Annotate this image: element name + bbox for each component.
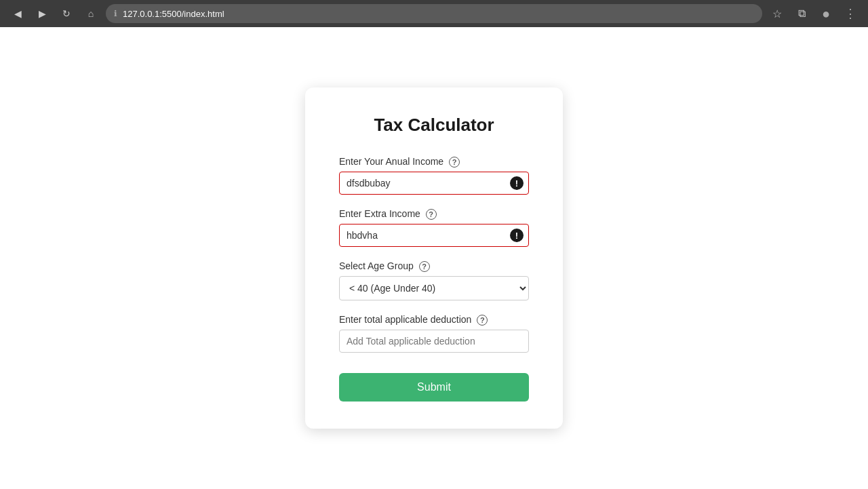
browser-actions: ☆ ⧉ ● ⋮ bbox=[768, 4, 860, 23]
tax-calculator-card: Tax Calculator Enter Your Anual Income ?… bbox=[305, 87, 563, 429]
age-group-label: Select Age Group ? bbox=[339, 260, 529, 272]
extensions-button[interactable]: ⧉ bbox=[792, 4, 811, 23]
deduction-input[interactable] bbox=[339, 330, 529, 353]
browser-chrome: ◀ ▶ ↻ ⌂ ℹ 127.0.0.1:5500/index.html ☆ ⧉ … bbox=[0, 0, 868, 27]
annual-income-wrapper: ! bbox=[339, 172, 529, 195]
forward-button[interactable]: ▶ bbox=[33, 4, 52, 23]
security-icon: ℹ bbox=[114, 9, 117, 18]
extra-income-input[interactable] bbox=[339, 224, 529, 247]
card-title: Tax Calculator bbox=[339, 115, 529, 136]
age-group-select[interactable]: < 40 (Age Under 40) 40-60 (Age 40 to 60)… bbox=[339, 276, 529, 300]
submit-button[interactable]: Submit bbox=[339, 373, 529, 402]
annual-income-label: Enter Your Anual Income ? bbox=[339, 156, 529, 168]
back-button[interactable]: ◀ bbox=[8, 4, 27, 23]
page-content: Tax Calculator Enter Your Anual Income ?… bbox=[0, 27, 868, 489]
extra-income-group: Enter Extra Income ? ! bbox=[339, 208, 529, 247]
extra-income-help-icon: ? bbox=[426, 209, 437, 220]
deduction-group: Enter total applicable deduction ? bbox=[339, 314, 529, 353]
reload-button[interactable]: ↻ bbox=[57, 4, 76, 23]
address-bar[interactable]: ℹ 127.0.0.1:5500/index.html bbox=[106, 4, 762, 23]
bookmark-button[interactable]: ☆ bbox=[768, 4, 787, 23]
extra-income-label: Enter Extra Income ? bbox=[339, 208, 529, 220]
home-button[interactable]: ⌂ bbox=[81, 4, 100, 23]
extra-income-error-icon: ! bbox=[510, 229, 524, 242]
menu-button[interactable]: ⋮ bbox=[841, 4, 860, 23]
annual-income-input[interactable] bbox=[339, 172, 529, 195]
age-group-help-icon: ? bbox=[419, 261, 430, 272]
deduction-wrapper bbox=[339, 330, 529, 353]
profile-button[interactable]: ● bbox=[816, 4, 835, 23]
age-group-group: Select Age Group ? < 40 (Age Under 40) 4… bbox=[339, 260, 529, 300]
deduction-help-icon: ? bbox=[477, 315, 488, 326]
deduction-label: Enter total applicable deduction ? bbox=[339, 314, 529, 326]
annual-income-error-icon: ! bbox=[510, 176, 524, 190]
extra-income-wrapper: ! bbox=[339, 224, 529, 247]
url-text: 127.0.0.1:5500/index.html bbox=[123, 9, 224, 19]
annual-income-group: Enter Your Anual Income ? ! bbox=[339, 156, 529, 195]
annual-income-help-icon: ? bbox=[449, 157, 460, 168]
